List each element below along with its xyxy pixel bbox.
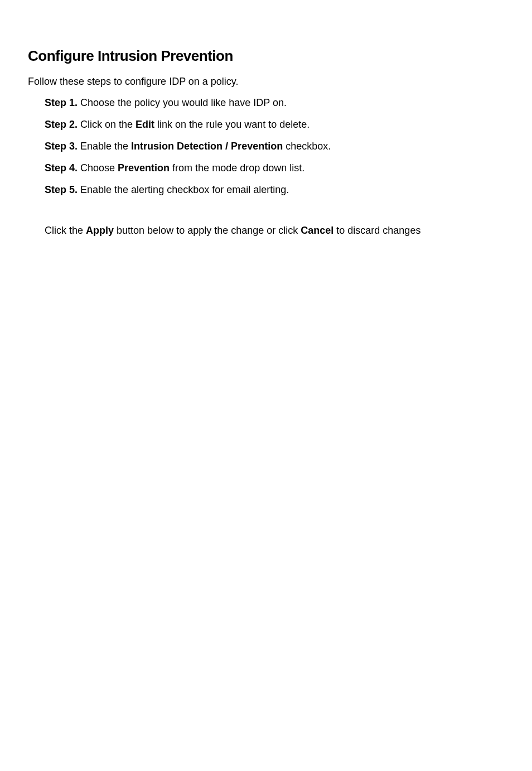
step-item: Step 4. Choose Prevention from the mode … (45, 160, 504, 176)
cancel-label: Cancel (301, 225, 333, 236)
apply-label: Apply (86, 225, 114, 236)
step-text: Enable the (78, 141, 131, 152)
step-text: checkbox. (283, 141, 331, 152)
step-item: Step 3. Enable the Intrusion Detection /… (45, 138, 504, 155)
step-item: Step 1. Choose the policy you would like… (45, 95, 504, 111)
step-text: Enable the alerting checkbox for email a… (78, 184, 289, 195)
step-text: from the mode drop down list. (170, 162, 304, 174)
intro-text: Follow these steps to configure IDP on a… (28, 74, 504, 90)
footer-after: to discard changes (333, 225, 420, 236)
step-label: Step 2. (45, 119, 78, 130)
step-text: Choose (78, 162, 118, 174)
step-text: Choose the policy you would like have ID… (78, 97, 287, 108)
step-text: Click on the (78, 119, 136, 130)
step-label: Step 1. (45, 97, 78, 108)
step-bold: Intrusion Detection / Prevention (131, 141, 283, 152)
step-label: Step 3. (45, 141, 78, 152)
page-title: Configure Intrusion Prevention (28, 45, 504, 68)
footer-before: Click the (45, 225, 86, 236)
footer-text: Click the Apply button below to apply th… (28, 223, 504, 239)
step-label: Step 4. (45, 162, 78, 174)
step-item: Step 2. Click on the Edit link on the ru… (45, 117, 504, 133)
step-label: Step 5. (45, 184, 78, 195)
step-text: link on the rule you want to delete. (154, 119, 309, 130)
step-bold: Prevention (118, 162, 170, 174)
steps-list: Step 1. Choose the policy you would like… (28, 95, 504, 197)
step-item: Step 5. Enable the alerting checkbox for… (45, 182, 504, 198)
footer-middle: button below to apply the change or clic… (114, 225, 301, 236)
step-bold: Edit (136, 119, 154, 130)
